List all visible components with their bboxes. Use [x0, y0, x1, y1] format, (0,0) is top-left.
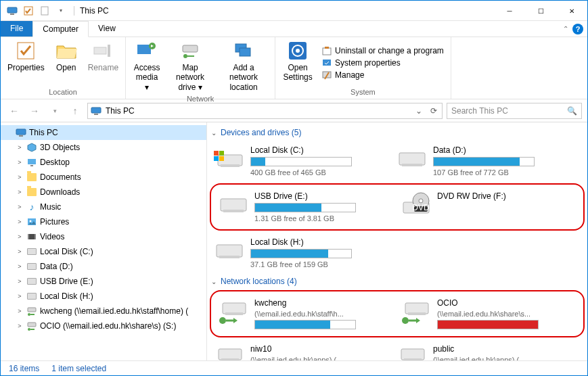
- tree-item[interactable]: >kwcheng (\\email.ied.edu.hk\staff\home)…: [1, 304, 206, 319]
- expand-icon[interactable]: >: [16, 278, 24, 285]
- network-location-item[interactable]: kwcheng(\\email.ied.edu.hk\staff\h...: [214, 293, 397, 335]
- navigation-tree[interactable]: This PC>3D Objects>Desktop>Documents>Dow…: [1, 122, 207, 360]
- expand-icon[interactable]: >: [16, 323, 24, 329]
- tree-item[interactable]: >♪Music: [1, 199, 206, 214]
- network-location-item[interactable]: OCIO(\\email.ied.edu.hk\share\s...: [397, 293, 579, 335]
- svg-rect-23: [19, 135, 23, 137]
- svg-rect-59: [221, 358, 239, 360]
- drive-icon: [212, 237, 245, 264]
- address-dropdown-icon[interactable]: ⌄: [413, 106, 424, 116]
- svg-rect-44: [223, 210, 244, 212]
- ribbon-group-system: Open Settings Uninstall or change a prog…: [275, 37, 451, 99]
- tab-computer[interactable]: Computer: [32, 21, 89, 37]
- network-location-item[interactable]: public(\\email.ied.edu.hk\apps) (...: [392, 339, 575, 360]
- expand-icon[interactable]: >: [16, 159, 24, 166]
- expand-icon[interactable]: >: [16, 144, 24, 151]
- expand-icon[interactable]: >: [16, 204, 24, 210]
- svg-rect-53: [225, 312, 243, 315]
- tree-item[interactable]: >Pictures: [1, 214, 206, 229]
- qat-properties-icon[interactable]: [21, 3, 36, 18]
- expand-icon[interactable]: >: [16, 189, 24, 195]
- tab-view[interactable]: View: [89, 21, 125, 37]
- address-bar[interactable]: This PC ⌄ ⟳: [87, 103, 443, 119]
- search-placeholder: Search This PC: [451, 106, 508, 116]
- svg-rect-1: [10, 14, 14, 15]
- svg-rect-39: [214, 156, 219, 161]
- tree-label: kwcheng (\\email.ied.edu.hk\staff\home) …: [40, 306, 188, 316]
- open-button[interactable]: Open: [50, 39, 83, 87]
- drive-item[interactable]: DVDDVD RW Drive (F:): [397, 186, 579, 228]
- drive-item[interactable]: Data (D:)107 GB free of 772 GB: [392, 140, 575, 182]
- tree-item[interactable]: >Local Disk (C:): [1, 244, 206, 259]
- tree-item[interactable]: >Downloads: [1, 185, 206, 199]
- open-settings-button[interactable]: Open Settings: [279, 39, 316, 87]
- tree-item[interactable]: >Data (D:): [1, 259, 206, 274]
- recent-locations-button[interactable]: ▾: [47, 103, 63, 119]
- pc-icon: [91, 107, 101, 115]
- svg-rect-41: [399, 153, 425, 165]
- highlight-box-network: kwcheng(\\email.ied.edu.hk\staff\h...OCI…: [210, 290, 585, 337]
- expand-icon[interactable]: >: [16, 233, 24, 240]
- drive-item[interactable]: USB Drive (E:)1.31 GB free of 3.81 GB: [214, 186, 397, 228]
- manage-button[interactable]: Manage: [321, 70, 444, 80]
- svg-rect-24: [28, 159, 36, 164]
- system-properties-button[interactable]: System properties: [321, 57, 444, 68]
- back-button[interactable]: ←: [6, 103, 22, 119]
- tree-icon: [26, 276, 37, 287]
- capacity-bar: [437, 320, 539, 329]
- expand-icon[interactable]: >: [16, 308, 24, 314]
- rename-button[interactable]: Rename: [85, 39, 121, 87]
- network-location-item[interactable]: niw10(\\email.ied.edu.hk\apps) (...: [210, 339, 392, 360]
- minimize-button[interactable]: ─: [494, 1, 525, 21]
- refresh-icon[interactable]: ⟳: [428, 106, 439, 116]
- svg-rect-42: [402, 164, 422, 166]
- svg-rect-62: [404, 358, 422, 360]
- tree-item[interactable]: >Documents: [1, 170, 206, 185]
- help-icon[interactable]: ?: [572, 24, 583, 34]
- tree-item[interactable]: >OCIO (\\email.ied.edu.hk\share\s) (S:): [1, 319, 206, 333]
- access-media-button[interactable]: Access media ▾: [130, 39, 164, 93]
- tree-icon: [26, 142, 37, 153]
- uninstall-program-button[interactable]: Uninstall or change a program: [321, 45, 444, 56]
- tree-item[interactable]: This PC: [1, 125, 206, 140]
- svg-rect-5: [94, 47, 106, 54]
- drive-icon: [399, 298, 432, 325]
- capacity-bar: [254, 203, 356, 212]
- svg-rect-25: [30, 165, 33, 166]
- drive-item[interactable]: Local Disk (C:)400 GB free of 465 GB: [210, 140, 392, 182]
- expand-icon[interactable]: >: [16, 248, 24, 255]
- forward-button[interactable]: →: [26, 103, 43, 119]
- search-input[interactable]: Search This PC 🔍: [447, 103, 582, 119]
- tab-file[interactable]: File: [1, 21, 32, 37]
- up-button[interactable]: ↑: [67, 103, 83, 119]
- svg-rect-58: [219, 349, 242, 360]
- drive-item[interactable]: Local Disk (H:)37.1 GB free of 159 GB: [210, 232, 392, 274]
- tree-item[interactable]: >Local Disk (H:): [1, 289, 206, 304]
- add-network-location-button[interactable]: Add a network location: [217, 39, 271, 93]
- tree-label: Downloads: [40, 187, 80, 197]
- tree-icon: [26, 261, 37, 272]
- close-button[interactable]: ✕: [556, 1, 587, 21]
- expand-icon[interactable]: >: [16, 174, 24, 181]
- svg-rect-33: [28, 323, 36, 327]
- tree-item[interactable]: >3D Objects: [1, 140, 206, 155]
- section-devices-header[interactable]: ⌄Devices and drives (5): [210, 125, 585, 140]
- tree-item[interactable]: >Desktop: [1, 155, 206, 170]
- ribbon-collapse-icon[interactable]: ⌃: [563, 25, 568, 32]
- svg-rect-12: [240, 48, 250, 56]
- properties-button[interactable]: Properties: [5, 39, 47, 87]
- maximize-button[interactable]: ☐: [525, 1, 556, 21]
- expand-icon[interactable]: >: [16, 293, 24, 300]
- svg-rect-7: [137, 45, 151, 54]
- svg-rect-21: [94, 114, 98, 115]
- tree-item[interactable]: >USB Drive (E:): [1, 274, 206, 289]
- qat-dropdown-icon[interactable]: ▾: [53, 3, 68, 18]
- tree-item[interactable]: >Videos: [1, 229, 206, 244]
- qat-blank-icon[interactable]: [37, 3, 52, 18]
- svg-rect-29: [28, 234, 29, 239]
- section-network-header[interactable]: ⌄Network locations (4): [210, 274, 585, 289]
- expand-icon[interactable]: >: [16, 263, 24, 270]
- expand-icon[interactable]: >: [16, 218, 24, 225]
- map-drive-button[interactable]: Map network drive ▾: [166, 39, 214, 93]
- tree-label: This PC: [29, 128, 58, 137]
